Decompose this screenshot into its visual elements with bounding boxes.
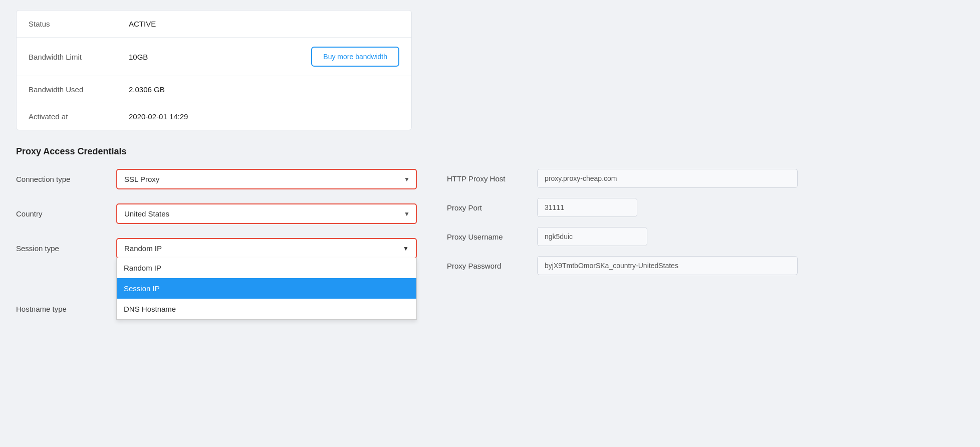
connection-type-label: Connection type xyxy=(16,169,116,183)
country-row: Country United States United Kingdom Ger… xyxy=(16,203,417,224)
right-panel: HTTP Proxy Host Proxy Port Proxy Usernam… xyxy=(417,169,964,332)
bandwidth-limit-value: 10GB xyxy=(129,53,291,61)
left-panel: Connection type SSL Proxy HTTP Proxy SOC… xyxy=(16,169,417,332)
session-option-session-ip[interactable]: Session IP xyxy=(117,278,416,299)
http-proxy-host-label: HTTP Proxy Host xyxy=(447,174,537,183)
bandwidth-limit-row: Bandwidth Limit 10GB Buy more bandwidth xyxy=(17,38,411,76)
connection-type-select[interactable]: SSL Proxy HTTP Proxy SOCKS5 Proxy xyxy=(116,169,417,189)
status-row: Status ACTIVE xyxy=(17,11,411,38)
buy-bandwidth-button[interactable]: Buy more bandwidth xyxy=(311,47,399,67)
http-proxy-host-input[interactable] xyxy=(537,169,798,188)
session-type-wrap: Random IP ▼ Random IP Session IP DNS Hos… xyxy=(116,238,417,259)
bandwidth-used-row: Bandwidth Used 2.0306 GB xyxy=(17,76,411,103)
activated-label: Activated at xyxy=(29,112,129,121)
hostname-type-label: Hostname type xyxy=(16,299,116,313)
session-type-chevron-icon: ▼ xyxy=(403,245,409,252)
section-title: Proxy Access Credentials xyxy=(16,146,964,157)
status-value: ACTIVE xyxy=(129,20,399,28)
proxy-username-label: Proxy Username xyxy=(447,233,537,241)
session-type-row: Session type Random IP ▼ Random IP Sessi… xyxy=(16,238,417,259)
top-right-area xyxy=(428,10,964,130)
proxy-username-input[interactable] xyxy=(537,227,647,246)
activated-value: 2020-02-01 14:29 xyxy=(129,112,399,121)
country-label: Country xyxy=(16,203,116,218)
http-proxy-host-row: HTTP Proxy Host xyxy=(447,169,964,188)
session-type-menu: Random IP Session IP DNS Hostname xyxy=(116,258,417,320)
activated-row: Activated at 2020-02-01 14:29 xyxy=(17,103,411,130)
proxy-password-label: Proxy Password xyxy=(447,262,537,270)
session-option-random-ip[interactable]: Random IP xyxy=(117,258,416,278)
info-card: Status ACTIVE Bandwidth Limit 10GB Buy m… xyxy=(16,10,412,130)
session-type-dropdown[interactable]: Random IP ▼ Random IP Session IP DNS Hos… xyxy=(116,238,417,259)
session-type-selected-text: Random IP xyxy=(124,244,162,253)
proxy-password-input[interactable] xyxy=(537,256,798,275)
country-select[interactable]: United States United Kingdom Germany Fra… xyxy=(116,203,417,224)
country-wrap: United States United Kingdom Germany Fra… xyxy=(116,203,417,224)
proxy-port-row: Proxy Port xyxy=(447,198,964,217)
connection-type-wrap: SSL Proxy HTTP Proxy SOCKS5 Proxy ▼ xyxy=(116,169,417,189)
bandwidth-used-label: Bandwidth Used xyxy=(29,85,129,94)
session-option-dns-hostname[interactable]: DNS Hostname xyxy=(117,299,416,319)
status-label: Status xyxy=(29,20,129,28)
proxy-username-row: Proxy Username xyxy=(447,227,964,246)
proxy-password-row: Proxy Password xyxy=(447,256,964,275)
session-type-label: Session type xyxy=(16,238,116,253)
credentials-section: Connection type SSL Proxy HTTP Proxy SOC… xyxy=(16,169,964,332)
proxy-port-label: Proxy Port xyxy=(447,203,537,212)
proxy-port-input[interactable] xyxy=(537,198,637,217)
bandwidth-used-value: 2.0306 GB xyxy=(129,85,399,94)
session-type-selected[interactable]: Random IP ▼ xyxy=(117,239,416,258)
connection-type-row: Connection type SSL Proxy HTTP Proxy SOC… xyxy=(16,169,417,189)
bandwidth-limit-label: Bandwidth Limit xyxy=(29,53,129,61)
